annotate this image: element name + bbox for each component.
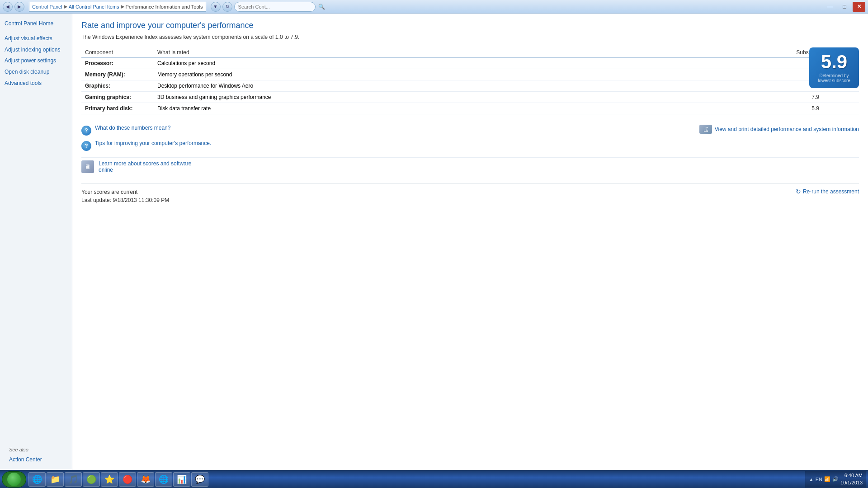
taskbar-app-office[interactable]: 📊 (173, 472, 190, 487)
component-graphics: Graphics: (81, 80, 154, 92)
status-text: Your scores are current Last update: 9/1… (81, 188, 169, 204)
component-processor: Processor: (81, 58, 154, 69)
ie2-icon: 🌐 (159, 474, 169, 484)
lang-indicator: EN (816, 477, 822, 482)
left-links: ? What do these numbers mean? ? Tips for… (81, 125, 211, 155)
table-header-row: Component What is rated Subscore Base sc… (81, 47, 859, 58)
status-line-1: Your scores are current (81, 188, 169, 196)
taskbar-app-msg[interactable]: 💬 (191, 472, 208, 487)
forward-button[interactable]: ▶ (14, 2, 24, 12)
maximize-button[interactable]: □ (838, 2, 851, 12)
sidebar-action-center-link[interactable]: Action Center (5, 454, 68, 465)
subscore-disk: 5.9 (787, 103, 823, 114)
taskbar-app-ie[interactable]: 🌐 (28, 472, 46, 487)
what-rated-disk: Disk data transfer rate (154, 103, 751, 114)
close-button[interactable]: ✕ (853, 2, 865, 12)
online-link-2[interactable]: online (99, 167, 113, 173)
sidebar-see-also-section: See also Action Center (0, 445, 72, 465)
link-row-numbers: ? What do these numbers mean? (81, 125, 211, 136)
breadcrumb-control-panel[interactable]: Control Panel (32, 4, 62, 9)
view-print-link-section: 🖨 View and print detailed performance an… (699, 125, 859, 134)
spacer-gaming (751, 92, 787, 103)
refresh-nav-button[interactable]: ↻ (222, 2, 232, 12)
online-icon: 🖥 (81, 160, 94, 173)
clock-time: 6:40 AM (840, 472, 863, 479)
taskbar-app-ie2[interactable]: 🌐 (155, 472, 172, 487)
breadcrumb-current: Performance Information and Tools (126, 4, 203, 9)
firefox-icon: 🦊 (141, 474, 151, 484)
status-line-2: Last update: 9/18/2013 11:30:09 PM (81, 196, 169, 204)
question-icon-1: ? (81, 126, 91, 136)
back-button[interactable]: ◀ (3, 2, 13, 12)
spacer-disk (751, 103, 787, 114)
taskbar-app-chrome[interactable]: 🟢 (83, 472, 100, 487)
refresh-icon: ↻ (796, 188, 801, 195)
col-component: Component (81, 47, 154, 58)
table-row: Memory (RAM): Memory operations per seco… (81, 69, 859, 80)
component-memory: Memory (RAM): (81, 69, 154, 80)
rerun-assessment-link[interactable]: ↻ Re-run the assessment (796, 188, 859, 195)
see-also-label: See also (5, 445, 68, 454)
spacer-graphics (751, 80, 787, 92)
what-rated-processor: Calculations per second (154, 58, 751, 69)
explorer-icon: 📁 (50, 474, 60, 484)
clock-date: 10/1/2013 (840, 479, 863, 486)
table-row: Graphics: Desktop performance for Window… (81, 80, 859, 92)
main-content: Rate and improve your computer's perform… (72, 14, 868, 470)
help-links-section: ? What do these numbers mean? ? Tips for… (81, 120, 859, 176)
search-input[interactable] (234, 2, 316, 12)
media-icon: 🎵 (68, 474, 78, 484)
base-score-value: 5.9 (821, 52, 847, 71)
printer-icon: 🖨 (699, 125, 712, 134)
sidebar-home-link[interactable]: Control Panel Home (0, 18, 72, 29)
what-rated-graphics: Desktop performance for Windows Aero (154, 80, 751, 92)
sidebar-item-disk-cleanup[interactable]: Open disk cleanup (0, 66, 72, 78)
tips-link[interactable]: Tips for improving your computer's perfo… (95, 140, 211, 146)
base-score-disk (823, 103, 859, 114)
sidebar-item-indexing[interactable]: Adjust indexing options (0, 44, 72, 56)
taskbar-app-media[interactable]: 🎵 (65, 472, 82, 487)
view-print-link[interactable]: View and print detailed performance and … (715, 126, 859, 132)
app6-icon: 🔴 (123, 474, 132, 484)
component-gaming: Gaming graphics: (81, 92, 154, 103)
taskbar-app-firefox[interactable]: 🦊 (137, 472, 154, 487)
status-section: Your scores are current Last update: 9/1… (81, 183, 859, 204)
breadcrumb-all-items[interactable]: All Control Panel Items (69, 4, 119, 9)
what-numbers-link[interactable]: What do these numbers mean? (95, 125, 170, 131)
sidebar-item-visual-effects[interactable]: Adjust visual effects (0, 33, 72, 44)
window-body: Control Panel Home Adjust visual effects… (0, 14, 868, 470)
table-row: Primary hard disk: Disk data transfer ra… (81, 103, 859, 114)
start-orb (7, 473, 21, 486)
dropdown-button[interactable]: ▼ (211, 2, 221, 12)
app5-icon: ⭐ (104, 474, 114, 484)
online-link[interactable]: Learn more about scores and software (99, 160, 191, 167)
minimize-button[interactable]: — (824, 2, 836, 12)
sidebar: Control Panel Home Adjust visual effects… (0, 14, 72, 470)
start-button[interactable] (2, 471, 26, 488)
rerun-label: Re-run the assessment (803, 188, 859, 195)
question-icon-2: ? (81, 141, 91, 151)
title-bar-left: ◀ ▶ Control Panel ▶ All Control Panel It… (3, 2, 325, 12)
spacer-processor (751, 58, 787, 69)
sidebar-item-power[interactable]: Adjust power settings (0, 55, 72, 66)
score-badge: 5.9 Determined by lowest subscore (809, 47, 859, 88)
performance-table: Component What is rated Subscore Base sc… (81, 47, 859, 114)
what-rated-memory: Memory operations per second (154, 69, 751, 80)
breadcrumb-arrow-2: ▶ (121, 4, 124, 9)
taskbar-app-6[interactable]: 🔴 (119, 472, 136, 487)
sidebar-item-advanced-tools[interactable]: Advanced tools (0, 78, 72, 89)
page-title: Rate and improve your computer's perform… (81, 21, 859, 30)
component-disk: Primary hard disk: (81, 103, 154, 114)
window-controls: — □ ✕ (824, 2, 865, 12)
base-score-gaming (823, 92, 859, 103)
link-row-tips: ? Tips for improving your computer's per… (81, 140, 211, 151)
col-what-rated: What is rated (154, 47, 751, 58)
col-spacer (751, 47, 787, 58)
taskbar-app-explorer[interactable]: 📁 (47, 472, 64, 487)
chrome-icon: 🟢 (86, 474, 96, 484)
office-icon: 📊 (177, 474, 187, 484)
taskbar-app-5[interactable]: ⭐ (101, 472, 118, 487)
subtitle-text: The Windows Experience Index assesses ke… (81, 34, 859, 40)
subscore-gaming: 7.9 (787, 92, 823, 103)
online-link-text: Learn more about scores and software onl… (99, 160, 191, 173)
